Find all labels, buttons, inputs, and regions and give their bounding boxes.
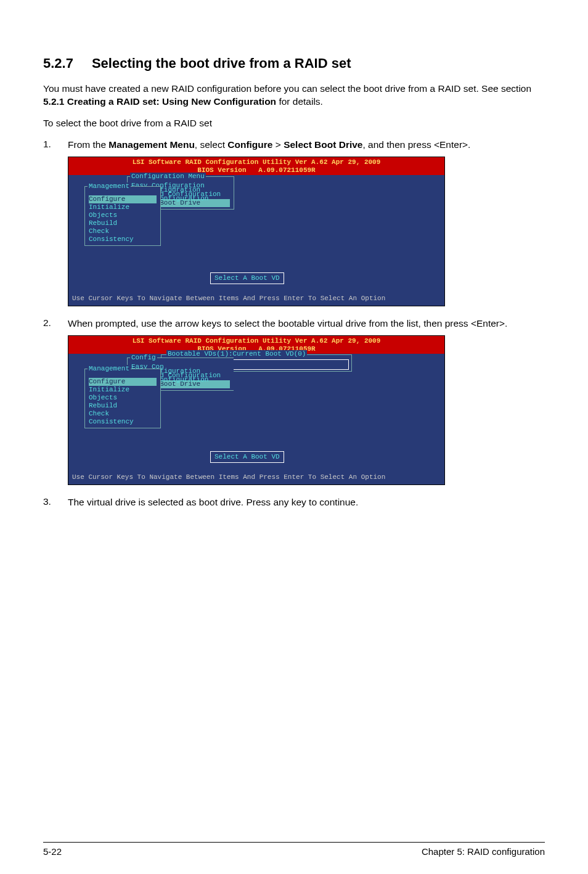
step-number: 3. bbox=[43, 496, 68, 509]
mgmt-item-check[interactable]: Check Consistency bbox=[89, 227, 157, 243]
intro-paragraph-2: To select the boot drive from a RAID set bbox=[43, 117, 545, 130]
step-text: When prompted, use the arrow keys to sel… bbox=[68, 317, 545, 330]
mgmt-item-rebuild[interactable]: Rebuild bbox=[89, 219, 157, 227]
mgmt-item-check[interactable]: Check Consistency bbox=[89, 410, 157, 426]
configuration-menu-title: Configuration Menu bbox=[130, 173, 206, 181]
step-number: 1. bbox=[43, 139, 68, 152]
section-number: 5.2.7 bbox=[43, 55, 73, 71]
mgmt-item-objects[interactable]: Objects bbox=[89, 211, 157, 219]
step-3: 3. The virtual drive is selected as boot… bbox=[43, 496, 545, 509]
conf-stub-title: Config bbox=[130, 354, 157, 362]
management-menu-panel: Management Configure Initialize Objects … bbox=[84, 186, 161, 246]
step-text: From the Management Menu, select Configu… bbox=[68, 139, 545, 152]
page-number: 5-22 bbox=[43, 846, 62, 857]
management-menu-title: Management bbox=[88, 182, 131, 190]
bios-screenshot-2: LSI Software RAID Configuration Utility … bbox=[68, 335, 445, 485]
mgmt-item-rebuild[interactable]: Rebuild bbox=[89, 402, 157, 410]
page-footer: 5-22 Chapter 5: RAID configuration bbox=[43, 842, 545, 857]
section-title: Selecting the boot drive from a RAID set bbox=[92, 55, 351, 71]
management-menu-title: Management bbox=[88, 365, 131, 373]
mgmt-item-configure[interactable]: Configure bbox=[89, 378, 157, 386]
step-number: 2. bbox=[43, 317, 68, 330]
step-text: The virtual drive is selected as boot dr… bbox=[68, 496, 545, 509]
hint-select-boot-vd: Select A Boot VD bbox=[210, 451, 284, 463]
step-1: 1. From the Management Menu, select Conf… bbox=[43, 139, 545, 152]
mgmt-item-initialize[interactable]: Initialize bbox=[89, 386, 157, 394]
bootable-vds-title: Bootable VDs(1):Current Boot VD(0) bbox=[166, 350, 307, 357]
mgmt-item-objects[interactable]: Objects bbox=[89, 394, 157, 402]
bios-footer: Use Cursor Keys To Navigate Between Item… bbox=[68, 292, 444, 306]
section-heading: 5.2.7Selecting the boot drive from a RAI… bbox=[43, 55, 545, 71]
management-menu-panel: Management Configure Initialize Objects … bbox=[84, 369, 161, 428]
hint-select-boot-vd: Select A Boot VD bbox=[210, 272, 284, 284]
chapter-label: Chapter 5: RAID configuration bbox=[422, 846, 545, 857]
mgmt-item-initialize[interactable]: Initialize bbox=[89, 203, 157, 211]
step-2: 2. When prompted, use the arrow keys to … bbox=[43, 317, 545, 330]
bios-title: LSI Software RAID Configuration Utility … bbox=[68, 157, 444, 175]
mgmt-item-configure[interactable]: Configure bbox=[89, 195, 157, 203]
intro-paragraph-1: You must have created a new RAID configu… bbox=[43, 83, 545, 108]
bios-footer: Use Cursor Keys To Navigate Between Item… bbox=[68, 471, 444, 484]
bios-screenshot-1: LSI Software RAID Configuration Utility … bbox=[68, 157, 445, 306]
